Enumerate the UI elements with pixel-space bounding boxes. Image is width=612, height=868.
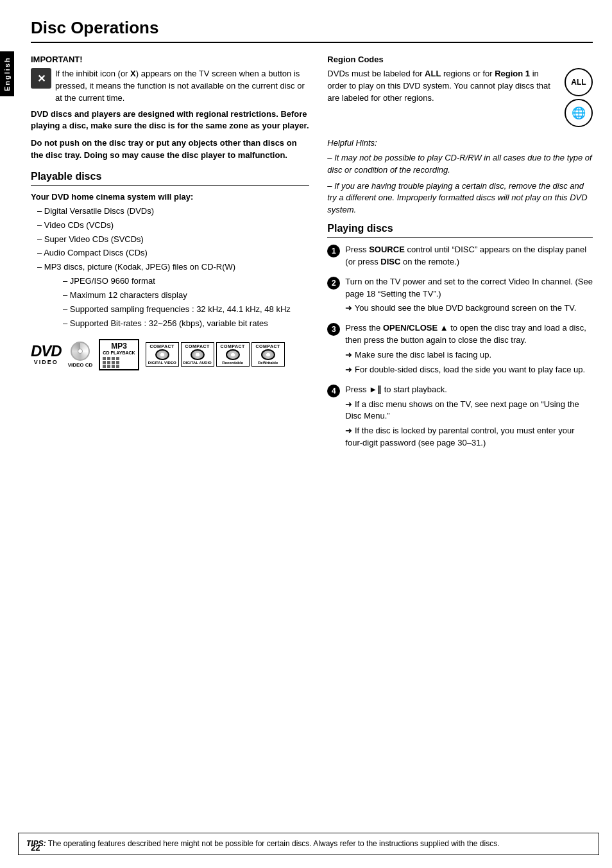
region-icons: ALL 🌐 [565, 68, 593, 127]
mp3-box: MP3 CD PLAYBACK [99, 339, 139, 371]
disc-icon-4 [261, 349, 275, 360]
compact-disc-digital-audio: COMPACT DIGITAL AUDIO [181, 342, 214, 367]
mp3-sub-label: CD PLAYBACK [103, 351, 135, 356]
playable-sub-item-4: Supported Bit-rates : 32~256 (kbps), var… [63, 318, 309, 330]
main-content: Disc Operations IMPORTANT! If the inhibi… [18, 0, 612, 475]
videocd-disc-icon [71, 342, 90, 361]
playing-step-4: 4 Press ►‖ to start playback. If a disc … [327, 384, 593, 449]
playable-item-3: Super Video CDs (SVCDs) [37, 234, 309, 246]
important-item-3: Do not push on the disc tray or put any … [31, 137, 309, 162]
region-codes-section: Region Codes ALL 🌐 DVDs must be labeled … [327, 55, 593, 127]
page-title: Disc Operations [31, 18, 593, 43]
mp3-label: MP3 [103, 342, 135, 351]
playable-discs-section: Playable discs Your DVD home cinema syst… [31, 171, 309, 370]
step-number-1: 1 [327, 245, 340, 257]
page-container: English Disc Operations IMPORTANT! If th… [0, 0, 612, 868]
playable-sub-item-1: JPEG/ISO 9660 format [63, 275, 309, 288]
step-4-arrow-1: If a disc menu shows on the TV, see next… [345, 399, 593, 423]
disc-icon [155, 349, 169, 360]
helpful-hints-title: Helpful Hints: [327, 137, 593, 150]
videocd-label: VIDEO CD [68, 362, 93, 368]
videocd-logo: VIDEO CD [68, 342, 93, 368]
step-1-content: Press SOURCE control until “DISC” appear… [345, 244, 593, 268]
dvd-logo: DVD VIDEO [31, 343, 62, 365]
important-item-2: DVD discs and players are designed with … [31, 108, 309, 133]
region-codes-text: DVDs must be labeled for ALL regions or … [327, 68, 593, 105]
language-tab: English [0, 51, 14, 96]
playable-items-list: Digital Versatile Discs (DVDs) Video CDs… [31, 205, 309, 273]
compact-label-2: DIGITAL AUDIO [183, 361, 212, 365]
dvd-text: DVD [31, 343, 62, 359]
step-number-4: 4 [327, 385, 340, 397]
playable-item-1: Digital Versatile Discs (DVDs) [37, 205, 309, 218]
two-column-layout: IMPORTANT! If the inhibit icon (or X) ap… [31, 55, 593, 457]
tips-text: The operating features described here mi… [48, 839, 500, 848]
playable-discs-subtitle: Your DVD home cinema system will play: [31, 192, 309, 202]
inhibit-icon [31, 68, 51, 89]
step-number-3: 3 [327, 323, 340, 336]
step-4-content: Press ►‖ to start playback. If a disc me… [345, 384, 593, 449]
dvd-sub-text: VIDEO [34, 359, 58, 365]
tips-bar: TIPS: The operating features described h… [18, 833, 599, 855]
playing-discs-title: Playing discs [327, 223, 593, 238]
playable-item-5: MP3 discs, picture (Kodak, JPEG) files o… [37, 261, 309, 273]
disc-logos-area: DVD VIDEO VIDEO CD [31, 339, 309, 371]
playable-item-4: Audio Compact Discs (CDs) [37, 247, 309, 259]
disc-icon-2 [191, 349, 205, 360]
language-label: English [3, 56, 11, 91]
helpful-hint-2: If you are having trouble playing a cert… [327, 180, 593, 217]
important-text-1: If the inhibit icon (or X) appears on th… [55, 68, 309, 105]
playing-step-3: 3 Press the OPEN/CLOSE ▲ to open the dis… [327, 322, 593, 376]
step-2-arrow: You should see the blue DVD background s… [345, 302, 593, 315]
playing-discs-section: Playing discs 1 Press SOURCE control unt… [327, 223, 593, 449]
tips-label: TIPS: [26, 839, 46, 848]
helpful-hint-1: It may not be possible to play CD-R/RW i… [327, 152, 593, 177]
step-4-arrow-2: If the disc is locked by parental contro… [345, 425, 593, 449]
compact-label-4: ReWritable [258, 361, 278, 365]
region-globe-icon: 🌐 [565, 99, 593, 127]
compact-label-1: DIGITAL VIDEO [148, 361, 176, 365]
region-all-badge: ALL [565, 68, 593, 96]
important-section: IMPORTANT! If the inhibit icon (or X) ap… [31, 55, 309, 162]
playing-step-1: 1 Press SOURCE control until “DISC” appe… [327, 244, 593, 268]
playable-sub-items-list: JPEG/ISO 9660 format Maximum 12 characte… [44, 275, 309, 329]
helpful-hints-section: Helpful Hints: It may not be possible to… [327, 137, 593, 216]
region-codes-title: Region Codes [327, 55, 593, 64]
mp3-grid [103, 357, 135, 368]
step-3-content: Press the OPEN/CLOSE ▲ to open the disc … [345, 322, 593, 376]
compact-label-3: Recordable [222, 361, 243, 365]
important-item-1: If the inhibit icon (or X) appears on th… [31, 68, 309, 105]
compact-disc-digital-video: COMPACT DIGITAL VIDEO [146, 342, 179, 367]
left-column: IMPORTANT! If the inhibit icon (or X) ap… [31, 55, 309, 457]
play-pause-icon: ►‖ [369, 385, 382, 394]
playable-discs-title: Playable discs [31, 171, 309, 186]
step-2-content: Turn on the TV power and set to the corr… [345, 276, 593, 315]
step-3-arrow-2: For double-sided discs, load the side yo… [345, 364, 593, 376]
compact-disc-logos: COMPACT DIGITAL VIDEO COMPACT DIGITAL AU… [146, 342, 285, 367]
playable-sub-item-2: Maximum 12 characters display [63, 290, 309, 302]
compact-disc-recordable: COMPACT Recordable [216, 342, 250, 367]
playing-step-2: 2 Turn on the TV power and set to the co… [327, 276, 593, 315]
right-column: Region Codes ALL 🌐 DVDs must be labeled … [327, 55, 593, 457]
playable-sub-item-3: Supported sampling frequencies : 32 kHz,… [63, 304, 309, 316]
compact-disc-rewritable: COMPACT ReWritable [251, 342, 285, 367]
playable-item-2: Video CDs (VCDs) [37, 220, 309, 232]
step-number-2: 2 [327, 277, 340, 290]
step-3-arrow-1: Make sure the disc label is facing up. [345, 349, 593, 361]
important-label: IMPORTANT! [31, 55, 309, 64]
disc-icon-3 [226, 349, 240, 360]
